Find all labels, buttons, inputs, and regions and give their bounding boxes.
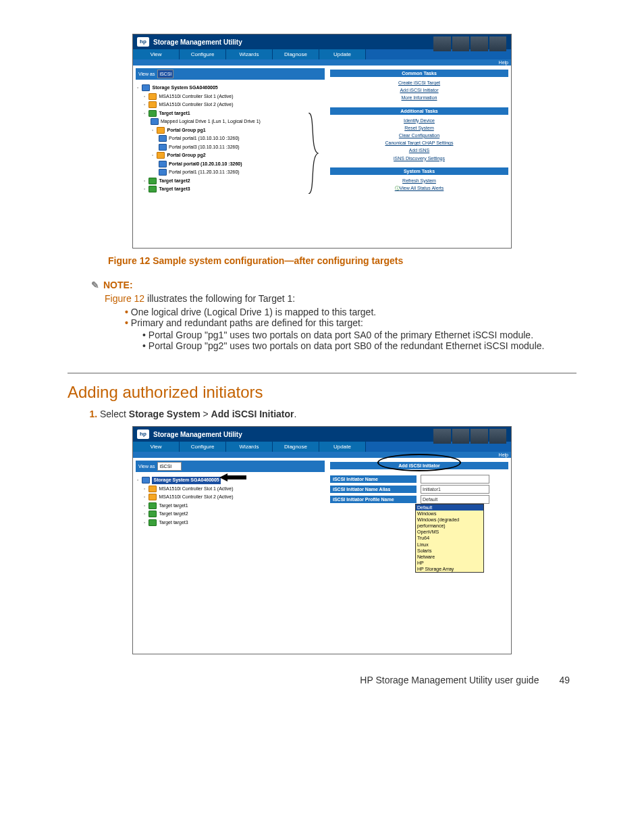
task-link[interactable]: Create iSCSI Target	[330, 79, 508, 86]
tree-controller-2[interactable]: ▫MSA1510i Controller Slot 2 (Active)	[136, 493, 325, 502]
system-tasks-list: Refresh System ⓘView All Status Alerts	[330, 175, 508, 196]
tree-mapped-drive[interactable]: Mapped Logical Drive 1 (Lun 1, Logical D…	[136, 118, 325, 126]
task-link[interactable]: Refresh System	[330, 177, 508, 184]
section-heading: Adding authorized initiators	[68, 383, 576, 402]
tree-storage-system[interactable]: ▫Storage System SGA0460005	[136, 476, 325, 485]
dropdown-option[interactable]: Netware	[416, 554, 483, 560]
figure-12-caption: Figure 12 Sample system configuration—af…	[108, 255, 576, 266]
task-link[interactable]: Reset System	[330, 124, 508, 132]
section-divider	[68, 373, 576, 373]
view-as-select[interactable]: iSCSI	[157, 70, 173, 78]
task-link[interactable]: Clear Configuration	[330, 132, 508, 139]
help-link[interactable]: Help	[133, 452, 511, 458]
menu-configure[interactable]: Configure	[180, 442, 226, 452]
profile-dropdown-list[interactable]: Default Windows Windows (degraded perfor…	[415, 504, 484, 573]
tree-portal[interactable]: Portal portal1 (10.10.10.10 :3260)	[136, 134, 325, 143]
task-link[interactable]: Add iSNS	[330, 147, 508, 154]
portal-icon	[159, 135, 167, 142]
menu-update[interactable]: Update	[319, 49, 366, 59]
tree-controller-2[interactable]: ▫MSA1510i Controller Slot 2 (Active)	[136, 101, 325, 109]
target-icon	[149, 186, 157, 192]
view-as-select[interactable]: iSCSI	[157, 462, 182, 471]
system-tree: ▫Storage System SGA0460005 ▫MSA1510i Con…	[136, 84, 325, 194]
profile-select[interactable]: Default	[421, 495, 489, 504]
dropdown-option[interactable]: HP	[416, 560, 483, 566]
portal-group-icon	[157, 127, 165, 134]
task-link[interactable]: Canonical Target CHAP Settings	[330, 139, 508, 147]
dropdown-option[interactable]: Linux	[416, 542, 483, 548]
app-title: Storage Management Utility	[153, 431, 242, 438]
figure-13-screenshot: hp Storage Management Utility View Confi…	[132, 426, 512, 654]
tree-portal-group-1[interactable]: ▫Portal Group pg1	[136, 126, 325, 135]
task-link[interactable]: Identify Device	[330, 117, 508, 124]
tree-target-2[interactable]: ▫Target target2	[136, 510, 325, 519]
tree-controller-1[interactable]: ▫MSA1510i Controller Slot 1 (Active)	[136, 93, 325, 101]
add-initiator-header: Add iSCSI Initiator	[330, 462, 508, 469]
bullet-item: One logical drive (Logical Drive 1) is m…	[125, 307, 576, 317]
menu-update[interactable]: Update	[319, 442, 366, 452]
target-icon	[149, 519, 157, 526]
controller-icon	[149, 93, 157, 100]
tree-target-1[interactable]: ▫Target target1	[136, 502, 325, 511]
target-icon	[149, 110, 157, 117]
system-tree: ▫Storage System SGA0460005 ▫MSA1510i Con…	[136, 476, 325, 527]
menu-view[interactable]: View	[133, 442, 180, 452]
view-as-label: View as	[138, 72, 155, 76]
header-banner-image	[433, 36, 507, 52]
tree-portal[interactable]: Portal portal1 (11.20.10.11 :3260)	[136, 168, 325, 177]
footer-page-number: 49	[559, 675, 570, 685]
tree-target-2[interactable]: ▫Target target2	[136, 177, 325, 186]
field-initiator-alias-label: iSCSI Initiator Name Alias	[330, 486, 417, 493]
initiator-alias-input[interactable]: Initiator1	[421, 485, 489, 494]
tree-target-3[interactable]: ▫Target target3	[136, 519, 325, 527]
menu-configure[interactable]: Configure	[180, 49, 226, 59]
task-link[interactable]: More Information	[330, 94, 508, 101]
note-label: NOTE:	[103, 280, 133, 290]
figure-12-screenshot: hp Storage Management Utility View Confi…	[132, 34, 512, 249]
initiator-name-input[interactable]	[421, 475, 489, 484]
info-icon: ⓘ	[395, 186, 400, 190]
task-link[interactable]: ⓘView All Status Alerts	[330, 184, 508, 192]
drive-icon	[151, 118, 159, 125]
app-titlebar: hp Storage Management Utility	[133, 427, 511, 442]
menu-wizards[interactable]: Wizards	[226, 49, 273, 59]
common-tasks-list: Create iSCSI Target Add iSCSI Initiator …	[330, 77, 508, 106]
storage-system-icon	[142, 477, 150, 484]
bullet-item: Primary and redundant paths are defined …	[125, 317, 576, 351]
view-as-bar: View as iSCSI	[136, 461, 325, 472]
additional-tasks-list: Identify Device Reset System Clear Confi…	[330, 115, 508, 166]
help-link[interactable]: Help	[133, 59, 511, 66]
menu-diagnose[interactable]: Diagnose	[273, 442, 319, 452]
field-initiator-name-label: iSCSI Initiator Name	[330, 475, 417, 483]
dropdown-option[interactable]: HP Storage Array	[416, 566, 483, 572]
tree-target-1[interactable]: ▫Target target1	[136, 109, 325, 118]
tree-portal[interactable]: Portal portal3 (10.10.10.11 :3260)	[136, 143, 325, 152]
dropdown-option[interactable]: Solaris	[416, 548, 483, 554]
dropdown-option[interactable]: Tru64	[416, 535, 483, 541]
dropdown-option[interactable]: Default	[416, 504, 483, 511]
task-link[interactable]: iSNS Discovery Settings	[330, 155, 508, 162]
menu-wizards[interactable]: Wizards	[226, 442, 273, 452]
figure-12-ref[interactable]: Figure 12	[105, 293, 144, 304]
portal-icon	[159, 144, 167, 151]
task-link[interactable]: Add iSCSI Initiator	[330, 86, 508, 94]
common-tasks-header: Common Tasks	[330, 70, 508, 77]
target-icon	[149, 178, 157, 184]
tree-portal-group-2[interactable]: ▫Portal Group pg2	[136, 151, 325, 160]
tree-portal[interactable]: Portal portal0 (10.20.10.10 :3260)	[136, 160, 325, 169]
tree-controller-1[interactable]: ▫MSA1510i Controller Slot 1 (Active)	[136, 485, 325, 494]
menu-view[interactable]: View	[133, 49, 180, 59]
field-profile-label: iSCSI Initiator Profile Name	[330, 496, 417, 503]
tree-target-3[interactable]: ▫Target target3	[136, 185, 325, 194]
dropdown-option[interactable]: OpenVMS	[416, 529, 483, 535]
app-title: Storage Management Utility	[153, 38, 242, 46]
view-as-label: View as	[138, 464, 155, 469]
app-titlebar: hp Storage Management Utility	[133, 34, 511, 49]
dropdown-option[interactable]: Windows (degraded performance)	[416, 517, 483, 529]
dropdown-option[interactable]: Windows	[416, 511, 483, 517]
view-as-bar: View as iSCSI	[136, 68, 325, 80]
menu-diagnose[interactable]: Diagnose	[273, 49, 319, 59]
portal-icon	[159, 169, 167, 176]
step-item: Select Storage System > Add iSCSI Initia…	[100, 409, 576, 419]
tree-storage-system[interactable]: ▫Storage System SGA0460005	[136, 84, 325, 93]
